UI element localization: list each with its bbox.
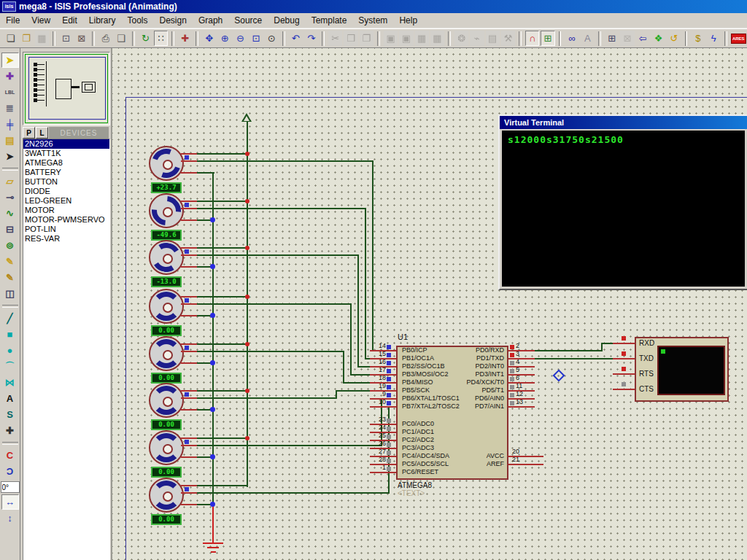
menu-library[interactable]: Library (83, 14, 122, 27)
device-list-item[interactable]: 3WATT1K (23, 149, 109, 158)
2d-path-icon[interactable]: ⋈ (1, 375, 19, 390)
servo-motor[interactable] (149, 336, 184, 371)
2d-line-icon[interactable]: ╱ (1, 311, 19, 326)
wire-label-icon[interactable]: LBL (1, 85, 19, 100)
rotate-anticlockwise-icon[interactable]: Ɔ (1, 464, 19, 479)
2d-symbol-icon[interactable]: S (1, 407, 19, 422)
rotate-clockwise-icon[interactable]: C (1, 448, 19, 463)
zoom-area-icon[interactable]: ⊡ (249, 31, 263, 46)
virtual-terminal-titlebar[interactable]: Virtual Terminal (500, 116, 747, 129)
device-list-item[interactable]: POT-LIN (23, 225, 109, 234)
grid-toggle-icon[interactable]: ∷ (154, 31, 168, 46)
virtual-terminal-window[interactable]: Virtual Terminal s12000s31750s21500 (498, 114, 747, 290)
text-script-icon[interactable]: ≣ (1, 101, 19, 116)
motor-pin-stub (181, 362, 197, 364)
device-list-item[interactable]: BUTTON (23, 177, 109, 187)
servo-motor[interactable] (149, 289, 184, 324)
redo-icon[interactable]: ↷ (304, 31, 318, 46)
marker-icon[interactable]: ✚ (1, 423, 19, 438)
device-pin-icon[interactable]: ⊸ (1, 190, 19, 205)
servo-motor[interactable] (149, 383, 184, 418)
mark-output-area-icon[interactable]: ❑ (115, 31, 128, 46)
zoom-out-icon[interactable]: ⊖ (233, 31, 247, 46)
new-file-icon[interactable]: ❏ (4, 31, 18, 46)
import-section-icon[interactable]: ⊡ (59, 31, 73, 46)
menu-tools[interactable]: Tools (122, 14, 154, 27)
menu-file[interactable]: File (0, 14, 26, 27)
menu-source[interactable]: Source (228, 14, 268, 27)
chip-pin-label: AVCC (402, 452, 504, 459)
pin-state-indicator (510, 393, 514, 397)
current-probe-icon[interactable]: ✎ (1, 270, 19, 285)
device-list-item[interactable]: BATTERY (23, 168, 109, 177)
2d-box-icon[interactable]: ■ (1, 327, 19, 342)
menu-template[interactable]: Template (306, 14, 353, 27)
zoom-in-icon[interactable]: ⊕ (218, 31, 232, 46)
goto-sheet-icon[interactable]: ↺ (667, 31, 681, 46)
tape-recorder-icon[interactable]: ⊟ (1, 222, 19, 237)
menu-system[interactable]: System (352, 14, 393, 27)
device-list-item[interactable]: 2N2926 (23, 139, 109, 149)
generator-icon[interactable]: ⊚ (1, 238, 19, 253)
menu-debug[interactable]: Debug (268, 14, 305, 27)
netlist-to-ares-icon[interactable]: ARES (731, 31, 746, 46)
servo-motor[interactable] (149, 478, 184, 513)
pan-icon[interactable]: ✥ (202, 31, 216, 46)
bill-of-materials-icon[interactable]: $ (691, 31, 705, 46)
mirror-horizontal-icon[interactable]: ↔ (1, 494, 19, 510)
voltage-probe-icon[interactable]: ✎ (1, 254, 19, 269)
menu-edit[interactable]: Edit (56, 14, 83, 27)
print-icon[interactable]: ⎙ (98, 31, 112, 46)
device-list-item[interactable]: RES-VAR (23, 234, 109, 244)
device-list-item[interactable]: MOTOR (23, 206, 109, 215)
pick-devices-button[interactable]: P (23, 127, 35, 139)
selection-mode-icon[interactable]: ➤ (1, 52, 19, 68)
servo-motor[interactable] (149, 193, 184, 228)
servo-motor[interactable] (149, 430, 184, 465)
virtual-terminal-screen[interactable]: s12000s31750s21500 (502, 131, 745, 287)
2d-arc-icon[interactable]: ⌒ (1, 359, 19, 374)
title-bar[interactable]: isis mega8 - ISIS Professional (Animatin… (0, 0, 747, 13)
zoom-to-child-icon[interactable]: ❖ (651, 31, 665, 46)
electrical-check-icon[interactable]: ϟ (707, 31, 721, 46)
redraw-icon[interactable]: ↻ (139, 31, 152, 46)
open-file-icon[interactable]: ❐ (19, 31, 33, 46)
schematic-canvas[interactable]: Virtual Terminal s12000s31750s21500 +23.… (111, 48, 747, 560)
graph-mode-icon[interactable]: ∿ (1, 206, 19, 221)
ground-symbol[interactable] (203, 542, 223, 544)
menu-view[interactable]: View (26, 14, 56, 27)
mirror-vertical-icon[interactable]: ↕ (1, 510, 19, 526)
overview-window[interactable] (23, 52, 110, 125)
menu-help[interactable]: Help (393, 14, 423, 27)
inter-sheet-terminal-icon[interactable]: ▱ (1, 174, 19, 189)
property-assignment-icon[interactable]: A (581, 31, 595, 46)
2d-circle-icon[interactable]: ● (1, 343, 19, 358)
virtual-instrument-icon[interactable]: ◫ (1, 286, 19, 301)
rotation-angle-field[interactable] (1, 481, 20, 493)
menu-design[interactable]: Design (154, 14, 193, 27)
component-mode-icon[interactable]: ▤ (1, 133, 19, 148)
instant-edit-icon[interactable]: ➤ (1, 149, 19, 164)
zoom-all-icon[interactable]: ⊙ (265, 31, 279, 46)
export-section-icon[interactable]: ⊠ (74, 31, 88, 46)
search-icon[interactable]: ∞ (565, 31, 578, 46)
new-sheet-icon[interactable]: ⊞ (605, 31, 619, 46)
exit-to-parent-icon[interactable]: ⇦ (636, 31, 650, 46)
library-manager-button[interactable]: L (36, 127, 48, 139)
wire (197, 343, 248, 345)
device-list-item[interactable]: MOTOR-PWMSERVO (23, 215, 109, 225)
search-tag-icon[interactable]: ⊞ (541, 31, 554, 46)
servo-motor[interactable] (149, 146, 184, 181)
origin-icon[interactable]: ✚ (178, 31, 192, 46)
undo-icon[interactable]: ↶ (289, 31, 303, 46)
device-list-item[interactable]: DIODE (23, 187, 109, 196)
2d-text-icon[interactable]: A (1, 391, 19, 406)
wire-autorouter-icon[interactable]: ∩ (525, 31, 539, 46)
servo-motor[interactable] (149, 240, 184, 275)
device-list-item[interactable]: ATMEGA8 (23, 158, 109, 168)
bus-icon[interactable]: ╪ (1, 117, 19, 132)
device-list-item[interactable]: LED-GREEN (23, 196, 109, 206)
menu-graph[interactable]: Graph (193, 14, 228, 27)
wire (197, 351, 344, 352)
junction-dot-icon[interactable]: ✚ (1, 69, 19, 84)
